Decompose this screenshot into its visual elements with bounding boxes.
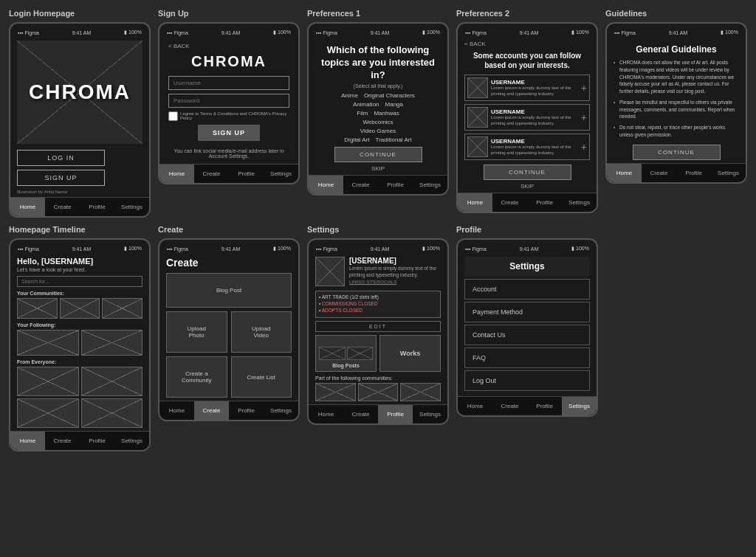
comm-1[interactable] <box>315 383 356 401</box>
terms-checkbox[interactable]: I agree to Terms & Conditions and CHROMA… <box>168 111 289 121</box>
search-input[interactable] <box>17 276 142 287</box>
password-input[interactable] <box>168 94 289 108</box>
blog-post-button[interactable]: Blog Post <box>166 273 292 308</box>
edit-button[interactable]: EDIT <box>315 321 441 332</box>
everyone-thumb-4[interactable] <box>81 398 143 428</box>
follow-button-3[interactable]: + <box>581 141 587 153</box>
nav-profile[interactable]: Profile <box>80 198 114 216</box>
community-thumb-1[interactable] <box>17 298 58 319</box>
nav-create[interactable]: Create <box>343 176 378 194</box>
nav-profile[interactable]: Profile <box>229 165 264 183</box>
pref1-skip-link[interactable]: SKIP <box>315 165 441 172</box>
nav-home[interactable]: Home <box>309 405 343 423</box>
nav-profile[interactable]: Profile <box>229 401 264 420</box>
pref2-phone: ▪▪▪ Figma 9:41 AM ▮ 100% < BACK Some acc… <box>456 22 598 213</box>
pref1-title: Which of the following topics are you in… <box>315 44 441 82</box>
nav-settings[interactable]: Settings <box>264 165 298 183</box>
topic-manhwas[interactable]: Manhwas <box>374 110 399 117</box>
works-box[interactable]: Works <box>379 335 441 372</box>
chroma-logo: CHROMA <box>29 80 131 104</box>
following-label: Your Following: <box>17 322 142 328</box>
comm-2[interactable] <box>358 383 399 401</box>
upload-photo-button[interactable]: UploadPhoto <box>166 311 227 353</box>
create-list-button[interactable]: Create List <box>231 356 292 398</box>
follow-button-2[interactable]: + <box>581 111 587 123</box>
nav-profile[interactable]: Profile <box>527 397 562 415</box>
topic-tradart[interactable]: Traditional Art <box>376 136 412 143</box>
nav-home[interactable]: Home <box>159 401 194 420</box>
nav-settings[interactable]: Settings <box>114 198 149 216</box>
upload-video-button[interactable]: UploadVideo <box>231 311 292 353</box>
nav-create[interactable]: Create <box>194 165 229 183</box>
chroma-title: CHROMA <box>191 53 267 70</box>
follow-thumb-1[interactable] <box>17 330 79 356</box>
contact-us-item[interactable]: Contact Us <box>464 325 590 345</box>
follow-button-1[interactable]: + <box>581 82 587 94</box>
everyone-thumb-1[interactable] <box>17 367 79 396</box>
pref1-continue-button[interactable]: CONTINUE <box>334 147 422 162</box>
nav-home[interactable]: Home <box>607 164 642 182</box>
nav-settings[interactable]: Settings <box>114 432 149 450</box>
signup-button[interactable]: SIGN UP <box>17 170 105 186</box>
nav-settings[interactable]: Settings <box>413 405 447 423</box>
everyone-thumb-3[interactable] <box>17 398 79 428</box>
nav-settings[interactable]: Settings <box>413 176 447 194</box>
pref1-wrapper: Preferences 1 ▪▪▪ Figma 9:41 AM ▮ 100% W… <box>307 9 449 218</box>
nav-settings[interactable]: Settings <box>562 193 597 212</box>
topic-anime[interactable]: Anime <box>341 92 358 99</box>
topic-film[interactable]: Film <box>357 110 368 117</box>
commissions-status: • COMMISSIONS CLOSED <box>319 301 437 306</box>
nav-settings[interactable]: Settings <box>711 164 746 182</box>
nav-create[interactable]: Create <box>194 401 229 420</box>
terms-checkbox-input[interactable] <box>168 111 178 121</box>
nav-create[interactable]: Create <box>45 432 80 450</box>
pref2-skip-link[interactable]: SKIP <box>464 183 590 190</box>
nav-profile[interactable]: Profile <box>527 193 562 212</box>
nav-create[interactable]: Create <box>492 193 527 212</box>
comm-3[interactable] <box>400 383 441 401</box>
art-trade-status: • ART TRADE (1/2 slots left) <box>319 294 437 300</box>
nav-settings[interactable]: Settings <box>264 401 298 420</box>
pref2-continue-button[interactable]: CONTINUE <box>484 165 571 180</box>
nav-create[interactable]: Create <box>642 164 676 182</box>
nav-settings[interactable]: Settings <box>562 397 597 415</box>
topic-animation[interactable]: Animation <box>353 101 379 108</box>
nav-home[interactable]: Home <box>458 397 492 415</box>
guidelines-continue-button[interactable]: CONTINUE <box>633 145 721 160</box>
nav-home[interactable]: Home <box>10 198 45 216</box>
back-button-pref2[interactable]: < BACK <box>464 41 590 47</box>
nav-home[interactable]: Home <box>159 165 194 183</box>
follow-thumb-2[interactable] <box>81 330 143 356</box>
login-button[interactable]: LOG IN <box>17 150 105 166</box>
nav-profile[interactable]: Profile <box>378 405 413 423</box>
blog-posts-box[interactable]: Blog Posts <box>315 335 377 372</box>
topic-webcomics[interactable]: Webcomics <box>362 119 393 125</box>
faq-item[interactable]: FAQ <box>464 347 590 368</box>
nav-create[interactable]: Create <box>343 405 378 423</box>
community-thumb-2[interactable] <box>60 298 100 319</box>
terms-text: I agree to Terms & Conditions and CHROMA… <box>180 111 289 120</box>
nav-profile[interactable]: Profile <box>80 432 114 450</box>
logout-item[interactable]: Log Out <box>464 370 590 391</box>
nav-profile[interactable]: Profile <box>676 164 711 182</box>
profile-links[interactable]: LINKED SITE/SOCIALS <box>349 280 441 284</box>
nav-home[interactable]: Home <box>10 432 45 450</box>
topic-manga[interactable]: Manga <box>385 101 403 108</box>
username-input[interactable] <box>168 76 289 90</box>
everyone-thumb-2[interactable] <box>81 367 143 396</box>
community-thumb-3[interactable] <box>102 298 142 319</box>
nav-home[interactable]: Home <box>458 193 492 212</box>
nav-home[interactable]: Home <box>309 176 343 194</box>
account-item[interactable]: Account <box>464 279 590 300</box>
topic-videogames[interactable]: Video Games <box>360 128 396 134</box>
homepage-label: Homepage Timeline <box>9 225 151 235</box>
nav-create[interactable]: Create <box>492 397 527 415</box>
topic-digitalart[interactable]: Digital Art <box>344 136 369 143</box>
back-button[interactable]: < BACK <box>168 43 190 49</box>
nav-create[interactable]: Create <box>45 198 80 216</box>
nav-profile[interactable]: Profile <box>378 176 413 194</box>
create-community-button[interactable]: Create aCommunity <box>166 356 227 398</box>
signup-submit-button[interactable]: SIGN UP <box>198 125 260 141</box>
topic-original[interactable]: Original Characters <box>364 92 415 99</box>
payment-method-item[interactable]: Payment Method <box>464 302 590 322</box>
